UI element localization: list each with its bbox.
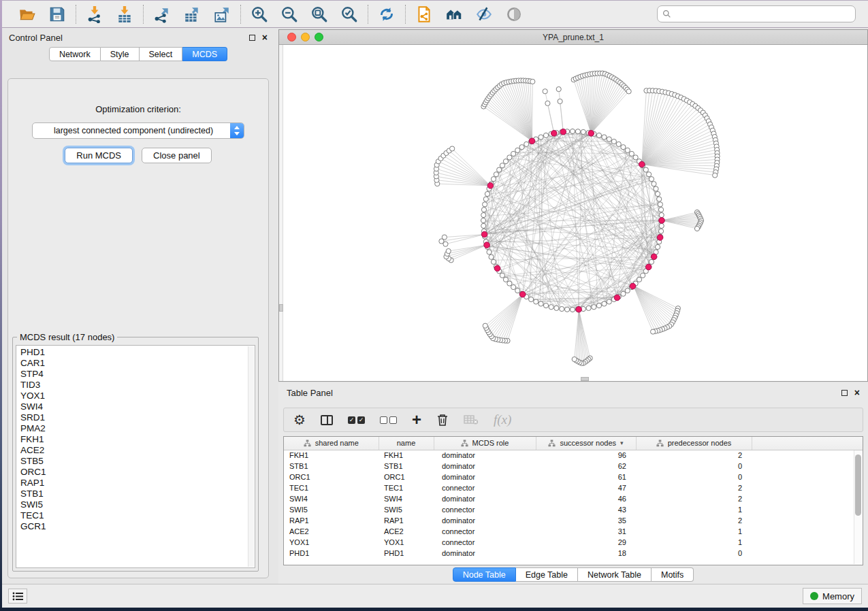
- deselect-all-icon[interactable]: [380, 411, 397, 429]
- refresh-icon[interactable]: [376, 4, 397, 24]
- export-image-icon[interactable]: [212, 4, 232, 24]
- network-node[interactable]: [558, 99, 562, 103]
- mcds-result-item[interactable]: SRD1: [20, 412, 255, 423]
- open-file-icon[interactable]: [17, 4, 37, 24]
- network-node[interactable]: [658, 208, 663, 212]
- tab-mcds[interactable]: MCDS: [182, 47, 227, 61]
- table-scroll-thumb[interactable]: [855, 455, 861, 516]
- network-node[interactable]: [543, 303, 548, 308]
- mcds-result-item[interactable]: STB1: [20, 489, 255, 499]
- mcds-result-item[interactable]: SWI5: [20, 499, 255, 510]
- close-panel-icon[interactable]: ×: [262, 35, 268, 41]
- tab-network-table[interactable]: Network Table: [578, 567, 652, 582]
- network-node[interactable]: [602, 301, 607, 306]
- mcds-result-item[interactable]: YOX1: [20, 391, 255, 401]
- import-table-icon[interactable]: [114, 4, 135, 24]
- float-table-panel-icon[interactable]: [841, 390, 848, 396]
- network-node[interactable]: [655, 244, 660, 249]
- network-node[interactable]: [652, 182, 656, 186]
- mcds-result-item[interactable]: FKH1: [20, 434, 255, 445]
- result-list-scrollbar[interactable]: [248, 346, 254, 567]
- mcds-node[interactable]: [484, 242, 490, 248]
- network-node[interactable]: [625, 148, 630, 152]
- select-all-icon[interactable]: ✓✓: [348, 411, 365, 429]
- export-network-icon[interactable]: [152, 4, 172, 24]
- network-node[interactable]: [543, 89, 547, 94]
- mcds-result-item[interactable]: STB5: [20, 456, 255, 467]
- table-row[interactable]: RAP1RAP1dominator352: [284, 515, 863, 526]
- table-row[interactable]: YOX1YOX1connector291: [284, 537, 863, 548]
- mcds-result-item[interactable]: PMA2: [20, 423, 255, 434]
- network-node[interactable]: [641, 273, 645, 278]
- maximize-window-icon[interactable]: [315, 33, 323, 42]
- gear-icon[interactable]: ⚙: [293, 411, 306, 429]
- network-node[interactable]: [621, 145, 626, 150]
- network-node[interactable]: [607, 299, 611, 304]
- network-horizontal-scroll-thumb[interactable]: [581, 377, 589, 381]
- network-node[interactable]: [483, 197, 488, 201]
- mcds-node[interactable]: [659, 218, 665, 224]
- mcds-result-item[interactable]: STP4: [20, 369, 255, 380]
- mcds-result-item[interactable]: CAR1: [20, 358, 255, 369]
- network-node[interactable]: [503, 277, 508, 282]
- network-node[interactable]: [626, 89, 631, 94]
- table-row[interactable]: FKH1FKH1dominator962: [284, 450, 863, 461]
- mcds-result-item[interactable]: ORC1: [20, 467, 255, 478]
- mcds-node[interactable]: [551, 131, 557, 137]
- network-node[interactable]: [543, 133, 548, 137]
- minimize-window-icon[interactable]: [301, 33, 310, 42]
- network-node[interactable]: [519, 145, 524, 150]
- network-node[interactable]: [658, 202, 662, 207]
- mcds-node[interactable]: [560, 129, 566, 135]
- network-node[interactable]: [491, 177, 496, 182]
- network-node[interactable]: [497, 167, 502, 172]
- network-node[interactable]: [481, 223, 486, 228]
- mcds-result-list[interactable]: PHD1CAR1STP4TID3YOX1SWI4SRD1PMA2FKH1ACE2…: [16, 345, 255, 568]
- network-node[interactable]: [602, 135, 607, 139]
- network-node[interactable]: [572, 357, 577, 361]
- mcds-node[interactable]: [481, 231, 487, 237]
- network-node[interactable]: [649, 177, 654, 182]
- network-vertical-scroll-thumb[interactable]: [279, 304, 283, 312]
- network-window-titlebar[interactable]: YPA_prune.txt_1: [279, 30, 867, 45]
- mcds-node[interactable]: [494, 265, 500, 271]
- network-node[interactable]: [650, 329, 655, 334]
- table-row[interactable]: SWI4SWI4dominator462: [284, 493, 863, 504]
- network-node[interactable]: [494, 172, 498, 177]
- network-graph[interactable]: [279, 45, 867, 381]
- mcds-result-item[interactable]: PHD1: [20, 347, 255, 358]
- column-header-successor-nodes[interactable]: successor nodes▾: [536, 437, 636, 450]
- network-node[interactable]: [539, 135, 543, 139]
- import-network-icon[interactable]: [84, 4, 105, 24]
- function-builder-icon[interactable]: f(x): [494, 411, 511, 429]
- mcds-node[interactable]: [614, 295, 620, 301]
- close-panel-button[interactable]: Close panel: [142, 148, 212, 163]
- save-session-icon[interactable]: [47, 4, 67, 24]
- network-node[interactable]: [500, 163, 504, 168]
- network-node[interactable]: [611, 139, 616, 144]
- clone-network-icon[interactable]: [414, 4, 434, 24]
- table-row[interactable]: SWI5SWI5connector431: [284, 504, 863, 515]
- mcds-result-item[interactable]: SWI4: [20, 401, 255, 412]
- mcds-node[interactable]: [519, 291, 526, 297]
- mcds-node[interactable]: [645, 264, 652, 270]
- show-details-icon[interactable]: [504, 4, 524, 24]
- table-row[interactable]: ACE2ACE2connector311: [284, 526, 863, 537]
- mcds-node[interactable]: [588, 131, 594, 137]
- network-node[interactable]: [450, 146, 455, 151]
- network-node[interactable]: [621, 291, 626, 296]
- network-node[interactable]: [515, 148, 520, 152]
- network-node[interactable]: [491, 259, 496, 264]
- network-node[interactable]: [500, 273, 504, 278]
- mcds-node[interactable]: [487, 183, 494, 189]
- network-node[interactable]: [485, 191, 489, 196]
- column-header-name[interactable]: name: [379, 437, 434, 450]
- column-header-shared-name[interactable]: shared name: [284, 437, 379, 450]
- network-node[interactable]: [481, 218, 485, 222]
- close-window-icon[interactable]: [287, 33, 296, 42]
- mcds-result-item[interactable]: RAP1: [20, 478, 255, 489]
- network-node[interactable]: [564, 307, 569, 312]
- network-node[interactable]: [549, 305, 553, 310]
- network-node[interactable]: [575, 129, 580, 134]
- network-node[interactable]: [483, 202, 487, 207]
